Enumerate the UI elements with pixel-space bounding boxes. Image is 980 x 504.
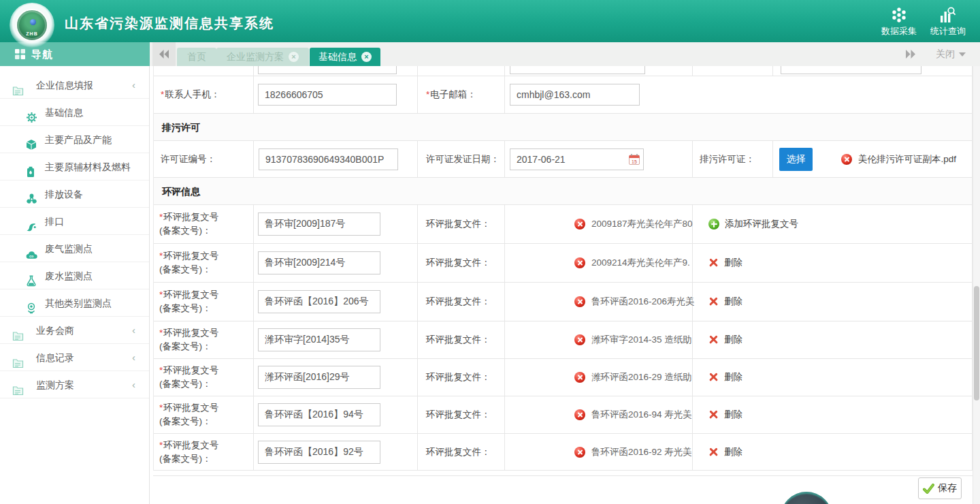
eia-doc-input[interactable]: [258, 251, 380, 274]
tab-home[interactable]: 首页: [177, 48, 216, 66]
delete-icon: [708, 373, 719, 383]
remove-file-icon[interactable]: [574, 257, 585, 268]
phone-input[interactable]: [258, 84, 397, 106]
tab-enterprise-plan[interactable]: 企业监测方案 ×: [216, 48, 309, 66]
eia-file-label: 环评批复文件：: [418, 409, 491, 421]
close-menu-label: 关闭: [936, 48, 955, 61]
app-title: 山东省污染源监测信息共享系统: [65, 14, 274, 33]
close-tabs-menu[interactable]: 关闭: [936, 42, 966, 66]
choose-file-button[interactable]: 选择: [779, 148, 813, 171]
sidebar-item-basic-info[interactable]: 基础信息: [0, 99, 149, 126]
eia-doc-label: *环评批复文号(备案文号)：: [154, 210, 218, 238]
permit-section-header: 排污许可: [154, 114, 972, 141]
tab-basic-info[interactable]: 基础信息 ×: [310, 48, 380, 66]
issue-date-input[interactable]: [510, 148, 644, 170]
stats-query-label: 统计查询: [924, 25, 972, 37]
app-logo: ZHB: [10, 3, 54, 48]
data-collect-button[interactable]: 数据采集: [875, 6, 923, 37]
eia-file-entry: 潍环审字2014-35 造纸助: [574, 321, 692, 358]
remove-file-icon[interactable]: [574, 219, 585, 230]
add-eia-row-button[interactable]: 添加环评批复文号: [708, 205, 798, 243]
eia-doc-input[interactable]: [258, 403, 380, 426]
eia-doc-input[interactable]: [258, 366, 380, 389]
clipped-input-3[interactable]: [781, 66, 921, 74]
eia-row-6: *环评批复文号(备案文号)： 环评批复文件： 鲁环评函2016-94 寿光美 删…: [154, 396, 972, 434]
remove-file-icon[interactable]: [574, 334, 585, 345]
phone-label: *联系人手机：: [154, 89, 220, 101]
eia-file-name[interactable]: 潍环评函2016-29 造纸助: [591, 371, 692, 383]
tab-strip: 首页 企业监测方案 × 基础信息 × 关闭: [150, 42, 980, 66]
eia-doc-label: *环评批复文号(备案文号)：: [154, 401, 218, 428]
svg-text:co: co: [29, 254, 34, 258]
delete-eia-row-button[interactable]: 删除: [708, 396, 742, 433]
eia-doc-input[interactable]: [258, 441, 380, 464]
eia-doc-input[interactable]: [258, 290, 380, 313]
stats-search-icon: [939, 6, 957, 24]
clipped-input-2[interactable]: [510, 66, 645, 74]
remove-file-icon[interactable]: [574, 296, 585, 307]
sidebar-item-monitoring-plan[interactable]: 监测方案 ‹: [0, 371, 149, 398]
add-icon: [708, 219, 719, 230]
issue-date-label: 许可证发证日期：: [418, 153, 500, 166]
license-no-input[interactable]: [259, 148, 398, 170]
sidebar-item-enterprise-info[interactable]: 企业信息填报 ‹: [0, 72, 149, 99]
eia-file-label: 环评批复文件：: [418, 257, 491, 269]
grid-icon: [15, 49, 25, 62]
eia-file-name[interactable]: 潍环审字2014-35 造纸助: [591, 334, 692, 346]
eia-file-name[interactable]: 鲁环评函2016-92 寿光美: [591, 446, 692, 458]
eia-file-label: 环评批复文件：: [418, 218, 491, 230]
eia-file-name[interactable]: 2009187寿光美伦年产80: [591, 218, 693, 230]
chevron-left-icon: ‹: [132, 317, 135, 344]
sidebar-item-products[interactable]: 主要产品及产能: [0, 126, 149, 153]
app-header: 山东省污染源监测信息共享系统 数据采集 统计查询: [0, 0, 980, 42]
chevron-left-icon: ‹: [132, 344, 135, 371]
permit-row: 许可证编号： 许可证发证日期： 排污许可证： 15 选择 美伦排污许可证副本.p…: [154, 141, 972, 178]
eia-file-name[interactable]: 鲁环评函2016-206寿光美: [591, 296, 695, 308]
eia-doc-input[interactable]: [258, 328, 380, 351]
delete-eia-row-button[interactable]: 删除: [708, 283, 742, 321]
remove-file-icon[interactable]: [574, 372, 585, 383]
eia-file-entry: 鲁环评函2016-94 寿光美: [574, 396, 692, 433]
email-label: *电子邮箱：: [418, 89, 476, 101]
delete-eia-row-button[interactable]: 删除: [708, 321, 742, 358]
remove-file-icon[interactable]: [574, 409, 585, 420]
clipped-input-1[interactable]: [258, 66, 397, 74]
sidebar-item-materials-fuel[interactable]: 主要原辅材料及燃料: [0, 153, 149, 180]
eia-file-name[interactable]: 鲁环评函2016-94 寿光美: [591, 409, 692, 421]
eia-doc-label: *环评批复文号(备案文号)：: [154, 288, 218, 315]
save-button[interactable]: 保存: [918, 477, 962, 499]
eia-row-5: *环评批复文号(备案文号)： 环评批复文件： 潍环评函2016-29 造纸助 删…: [154, 359, 972, 396]
tab-basic-close-icon[interactable]: ×: [361, 52, 372, 62]
vertical-scrollbar[interactable]: [973, 66, 980, 504]
sidebar-item-gas-monitoring[interactable]: co 废气监测点: [0, 235, 149, 262]
eia-file-entry: 鲁环评函2016-92 寿光美: [574, 434, 692, 470]
sidebar-item-business-consult[interactable]: 业务会商 ‹: [0, 317, 149, 344]
eia-row-2: *环评批复文号(备案文号)： 环评批复文件： 2009214寿光美伦年产9. 删…: [154, 244, 972, 283]
email-input[interactable]: [510, 84, 640, 106]
delete-eia-row-button[interactable]: 删除: [708, 434, 742, 470]
sidebar-item-water-monitoring[interactable]: 废水监测点: [0, 262, 149, 289]
sidebar-item-info-records[interactable]: 信息记录 ‹: [0, 344, 149, 371]
delete-eia-row-button[interactable]: 删除: [708, 244, 742, 282]
tabs-scroll-right-button[interactable]: [898, 42, 921, 66]
delete-eia-row-button[interactable]: 删除: [708, 359, 742, 396]
eia-doc-input[interactable]: [258, 212, 380, 236]
eia-file-entry: 潍环评函2016-29 造纸助: [574, 359, 692, 396]
eia-file-name[interactable]: 2009214寿光美伦年产9.: [591, 257, 690, 269]
sidebar-item-outlet[interactable]: 排口: [0, 208, 149, 235]
delete-icon: [708, 297, 719, 307]
delete-icon: [708, 335, 719, 345]
tabs-scroll-left-button[interactable]: [152, 42, 176, 66]
stats-query-button[interactable]: 统计查询: [924, 6, 972, 37]
tab-plan-close-icon[interactable]: ×: [289, 52, 299, 62]
calendar-icon[interactable]: 15: [628, 153, 640, 168]
permit-file-name[interactable]: 美伦排污许可证副本.pdf: [858, 153, 956, 166]
scrollbar-thumb[interactable]: [974, 286, 979, 400]
logo-emblem: ZHB: [16, 9, 48, 42]
eia-doc-label: *环评批复文号(备案文号)：: [154, 364, 218, 391]
sidebar-item-emission-equipment[interactable]: 排放设备: [0, 180, 149, 208]
remove-file-icon[interactable]: [841, 154, 852, 165]
logo-dot: [30, 19, 36, 25]
remove-file-icon[interactable]: [574, 447, 585, 458]
sidebar-item-other-monitoring[interactable]: 其他类别监测点: [0, 289, 149, 317]
